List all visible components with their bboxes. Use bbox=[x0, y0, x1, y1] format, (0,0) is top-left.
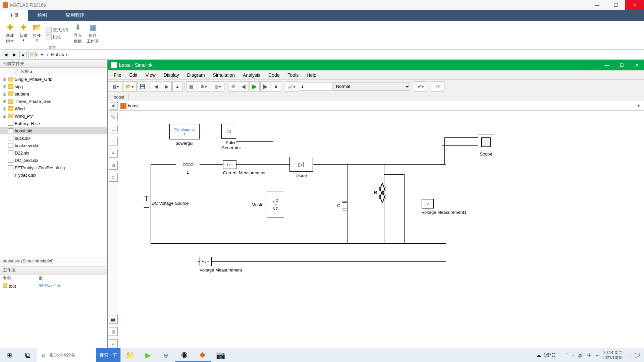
zoom-tool-icon[interactable]: 🔍 bbox=[109, 113, 118, 121]
open-button[interactable]: 📂打开▼ bbox=[30, 22, 44, 45]
stop-button[interactable]: ■ bbox=[271, 81, 281, 92]
block-powergui[interactable]: Continuous⬇ powergui bbox=[169, 124, 200, 146]
run-button[interactable]: ▶ bbox=[250, 81, 260, 92]
save-workspace-button[interactable]: ▦保存 工作区 bbox=[85, 22, 101, 45]
block-current-measurement[interactable]: + i − Current Measurement bbox=[223, 160, 265, 175]
fit-tool-icon[interactable]: ⛶ bbox=[109, 125, 118, 133]
taskbar-clock[interactable]: 20:14 周二 2021/10/19 bbox=[602, 350, 623, 360]
import-data-button[interactable]: ⬇导入 数据 bbox=[71, 22, 85, 45]
step-back-button[interactable]: ◀| bbox=[239, 81, 249, 92]
close-button[interactable]: ✕ bbox=[625, 0, 644, 10]
folder-item[interactable]: ⊞slprj bbox=[0, 83, 107, 90]
block-pulse-generator[interactable]: ⎍⎍ Pulse Generator bbox=[221, 124, 241, 150]
nav-back-icon[interactable]: ◀ bbox=[2, 51, 9, 58]
folder-item[interactable]: ⊞Wind bbox=[0, 105, 107, 112]
menu-display[interactable]: Display bbox=[160, 71, 183, 79]
library-browser-button[interactable]: ▦ bbox=[186, 81, 196, 92]
folder-item[interactable]: ⊞Single_Phase_Grid bbox=[0, 75, 107, 83]
taskview-button[interactable]: ⧉ bbox=[19, 348, 37, 362]
taskbar-search[interactable]: e 搜索一下 bbox=[37, 348, 121, 362]
menu-diagram[interactable]: Diagram bbox=[183, 71, 209, 79]
start-button[interactable]: ⊞ bbox=[0, 348, 19, 362]
sim-minimize-button[interactable]: — bbox=[600, 60, 614, 70]
tray-network-icon[interactable]: ▫ bbox=[572, 353, 574, 358]
ws-col-value[interactable]: 值 bbox=[36, 275, 97, 282]
image-tool-icon[interactable]: ▨ bbox=[109, 161, 118, 170]
workspace-table[interactable]: 名称值 tout85934x1 do... bbox=[0, 274, 107, 348]
file-item[interactable]: FFTAnalysisToolResult.fig bbox=[0, 164, 107, 171]
path-folder[interactable]: Matlab bbox=[49, 52, 66, 57]
sim-mode-select[interactable]: Normal bbox=[333, 82, 410, 91]
sim-close-button[interactable]: ✕ bbox=[629, 60, 644, 70]
nav-up-icon[interactable]: ▲ bbox=[19, 51, 27, 58]
block-mosfet[interactable]: Mosfetg D▷S E bbox=[252, 191, 284, 218]
matlab-task-icon[interactable]: ◆ bbox=[193, 348, 211, 362]
weather-widget[interactable]: ☁16°C bbox=[536, 352, 555, 358]
file-item[interactable]: Battery_R.slx bbox=[0, 120, 107, 127]
new-script-button[interactable]: ✚新建 脚本 bbox=[3, 22, 17, 45]
check-button[interactable]: ✔▾ bbox=[414, 81, 427, 92]
block-voltage-measurement-1[interactable]: + v − Voltage Measurement1 bbox=[422, 199, 467, 215]
open-model-button[interactable]: 📂▾ bbox=[123, 81, 137, 92]
stop-time-input[interactable] bbox=[299, 82, 332, 91]
tray-volume-icon[interactable]: 🔊 bbox=[578, 353, 583, 358]
expand-tool-icon[interactable]: » bbox=[109, 339, 118, 348]
media-icon[interactable]: ▶ bbox=[139, 348, 157, 362]
block-dc-source[interactable]: ⊤─DC Voltage Source bbox=[143, 194, 189, 212]
compare-button[interactable]: 比较 bbox=[44, 34, 71, 41]
menu-tools[interactable]: Tools bbox=[284, 71, 303, 79]
file-item-selected[interactable]: boost.slx bbox=[0, 127, 107, 134]
menu-view[interactable]: View bbox=[142, 71, 160, 79]
path-drive[interactable]: E: bbox=[39, 52, 47, 57]
block-capacitor[interactable]: C══ bbox=[337, 198, 347, 213]
tab-home[interactable]: 主页 bbox=[0, 10, 28, 21]
annotate-tool-icon[interactable]: A bbox=[109, 149, 118, 158]
menu-code[interactable]: Code bbox=[264, 71, 283, 79]
crumb-nav-icon[interactable]: ⊕ bbox=[110, 102, 118, 110]
ws-row[interactable]: tout85934x1 do... bbox=[0, 282, 107, 290]
menu-simulation[interactable]: Simulation bbox=[209, 71, 239, 79]
search-input[interactable] bbox=[49, 350, 96, 360]
menu-file[interactable]: File bbox=[110, 71, 125, 79]
action-center-icon[interactable]: 💬 bbox=[635, 353, 640, 358]
block-diode[interactable]: ▷| Diode bbox=[289, 157, 313, 178]
simulink-canvas[interactable]: Continuous⬇ powergui ⎍⎍ Pulse Generator … bbox=[119, 111, 644, 348]
nav-fwd-icon[interactable]: ▶ bbox=[11, 51, 18, 58]
block-voltage-measurement[interactable]: + v − Voltage Measurement bbox=[200, 257, 242, 273]
block-scope[interactable]: Scope bbox=[478, 134, 494, 157]
file-item[interactable]: DC_Grid.slx bbox=[0, 157, 107, 164]
crumb-dropdown[interactable]: ▼ bbox=[636, 103, 641, 108]
maximize-button[interactable]: ☐ bbox=[606, 0, 625, 10]
file-item[interactable]: bucknew.slx bbox=[0, 142, 107, 149]
menu-edit[interactable]: Edit bbox=[125, 71, 142, 79]
name-column-header[interactable]: 📄名称 ▴ bbox=[0, 68, 107, 75]
folder-item[interactable]: ⊞student bbox=[0, 90, 107, 98]
tray-app-icon[interactable]: ● bbox=[596, 353, 598, 358]
tray-chevron-icon[interactable]: ˄ bbox=[566, 353, 568, 358]
search-go-button[interactable]: 搜索一下 bbox=[96, 348, 120, 362]
config-button[interactable]: ⚙▾ bbox=[197, 81, 210, 92]
up-button[interactable]: ▲ bbox=[172, 81, 182, 92]
file-tree[interactable]: 📄名称 ▴ ⊞Single_Phase_Grid ⊞slprj ⊞student… bbox=[0, 68, 107, 257]
forward-button[interactable]: ▶ bbox=[162, 81, 172, 92]
new-button[interactable]: ✚新建▼ bbox=[17, 22, 30, 45]
folder-item[interactable]: ⊞Three_Phase_Grid bbox=[0, 98, 107, 105]
model-tab[interactable]: boost bbox=[110, 94, 129, 100]
folder-item[interactable]: ⊞Wind_PV bbox=[0, 112, 107, 120]
menu-analysis[interactable]: Analysis bbox=[239, 71, 264, 79]
screenshot-tool-icon[interactable]: 📷 bbox=[109, 315, 118, 324]
file-item[interactable]: D22.slx bbox=[0, 149, 107, 157]
area-tool-icon[interactable]: □ bbox=[109, 173, 118, 182]
menu-help[interactable]: Help bbox=[303, 71, 320, 79]
camera-icon[interactable]: 📷 bbox=[211, 348, 229, 362]
sim-maximize-button[interactable]: ☐ bbox=[614, 60, 629, 70]
sample-time-button[interactable]: ⫴▾ bbox=[431, 81, 444, 92]
tab-apps[interactable]: 应用程序 bbox=[56, 10, 94, 21]
tray-ime-icon[interactable]: 中 bbox=[587, 352, 592, 358]
notification-icon[interactable]: ▢ bbox=[627, 353, 631, 358]
arrow-tool-icon[interactable]: → bbox=[109, 137, 118, 145]
block-inductor[interactable]: ○○○○ L bbox=[176, 160, 200, 175]
block-resistor[interactable]: R⋀⋁⋀⋁ bbox=[374, 184, 386, 200]
save-model-button[interactable]: 💾 bbox=[137, 81, 147, 92]
new-model-button[interactable]: ▦▾ bbox=[109, 81, 122, 92]
